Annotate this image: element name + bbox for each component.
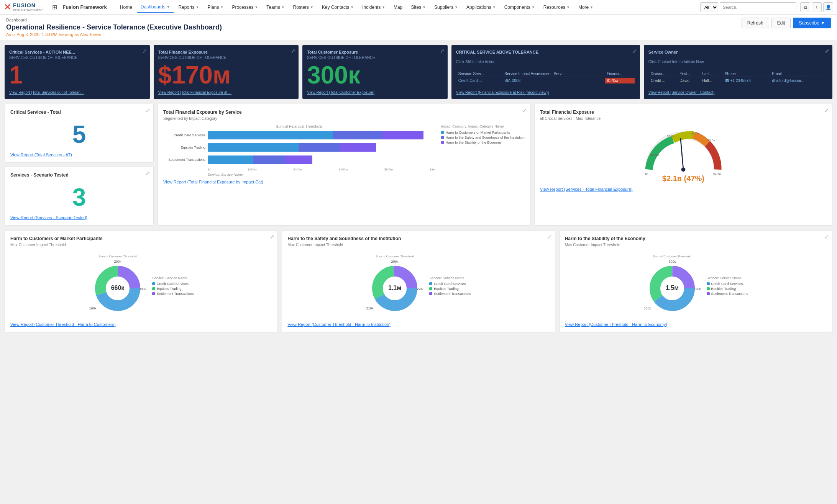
card2-subtitle: SERVICES OUTSIDE OF TOLERANCE <box>158 56 294 60</box>
service-owner-card: ⤢ Service Owner Click Contact Info to In… <box>644 45 832 99</box>
svg-text:1.1м: 1.1м <box>388 285 401 291</box>
donut1-axis-label: Sum of Customer Threshold <box>89 255 146 258</box>
scenario-link[interactable]: View Report (Services - Scenario Tested) <box>10 215 148 220</box>
row-sia[interactable]: SIA-0008 <box>503 78 604 83</box>
svg-text:$4.5в: $4.5в <box>713 172 721 176</box>
nav-rosters[interactable]: Rosters ▼ <box>289 2 317 12</box>
expand-icon[interactable]: ⤢ <box>291 48 295 54</box>
refresh-button[interactable]: Refresh <box>742 18 769 28</box>
nav-more[interactable]: More ▼ <box>574 2 597 12</box>
sites-chevron-icon: ▼ <box>422 5 426 9</box>
card1-subtitle: SERVICES OUTSIDE OF TOLERANCE <box>9 56 145 60</box>
harm-economy-card: ⤢ Harm to the Stability of the Economy M… <box>559 230 832 332</box>
svg-point-1 <box>681 168 686 172</box>
nav-suppliers[interactable]: Suppliers ▼ <box>430 2 462 12</box>
top-navigation: ✕ FUSION RISK MANAGEMENT ⊞ Fusion Framew… <box>0 0 837 15</box>
dashboard-header: Dashboard Operational Resilience - Servi… <box>0 15 837 40</box>
subscribe-button[interactable]: Subscribe ▼ <box>793 18 831 28</box>
bar-segments-settlement <box>208 155 435 164</box>
incidents-chevron-icon: ▼ <box>382 5 385 9</box>
nav-teams[interactable]: Teams ▼ <box>263 2 288 12</box>
harm-economy-link[interactable]: View Report (Customer Threshold - Harm t… <box>565 322 827 327</box>
total-financial-exposure-card: ⤢ Total Financial Exposure SERVICES OUTS… <box>154 45 299 99</box>
donut-chart-1: Sum of Customer Threshold 200к 300к 160к… <box>89 255 146 318</box>
window-icon-button[interactable]: ⧉ <box>800 2 810 12</box>
expand-icon[interactable]: ⤢ <box>146 170 150 176</box>
components-chevron-icon: ▼ <box>532 5 535 9</box>
gauge-subtitle: all Critical Services - Max Tolerance <box>540 116 827 121</box>
nav-resources[interactable]: Resources ▼ <box>540 2 574 12</box>
edit-button[interactable]: Edit <box>771 18 791 28</box>
bar-chart-link[interactable]: View Report (Total Financial Exposure by… <box>163 180 525 184</box>
col-financial: Financi... <box>605 71 635 77</box>
expand-icon[interactable]: ⤢ <box>440 48 445 54</box>
card3-number: 300к <box>307 63 443 87</box>
donut3-legend-3: Settlement Transactions <box>707 292 748 296</box>
nav-plans[interactable]: Plans ▼ <box>204 2 227 12</box>
card4-link[interactable]: View Report (Financial Exposure at Risk … <box>456 90 635 95</box>
expand-icon[interactable]: ⤢ <box>632 48 637 54</box>
nav-map[interactable]: Map <box>390 2 406 12</box>
nav-applications[interactable]: Applications ▼ <box>463 2 500 12</box>
harm-institution-link[interactable]: View Report (Customer Threshold - Harm t… <box>287 322 549 327</box>
nav-icon-buttons: ⧉ + 👤 <box>800 2 833 12</box>
col-phone: Phone <box>723 71 770 77</box>
user-icon-button[interactable]: 👤 <box>823 2 833 12</box>
row-email[interactable]: dhalford@fusionr... <box>770 78 827 83</box>
expand-icon[interactable]: ⤢ <box>142 48 147 54</box>
harm-economy-subtitle: Max Customer Impact Threshold <box>565 243 827 247</box>
resources-chevron-icon: ▼ <box>566 5 570 9</box>
gauge-link[interactable]: View Report (Services - Total Financial … <box>540 187 827 191</box>
expand-icon[interactable]: ⤢ <box>146 107 150 113</box>
card4-table: Service: Serv... Service Impact Assessme… <box>456 70 635 84</box>
card3-link[interactable]: View Report (Total Customer Exposure) <box>307 90 443 95</box>
legend-title: Impact Category: Impact Category Name <box>441 124 525 128</box>
cs-total-link[interactable]: View Report (Total Services - AT) <box>10 152 148 157</box>
expand-icon[interactable]: ⤢ <box>824 107 829 113</box>
svg-text:$1.8в: $1.8в <box>667 135 675 138</box>
row-service[interactable]: Credit Card ... <box>457 78 502 83</box>
harm-economy-title: Harm to the Stability of the Economy <box>565 236 827 241</box>
donut2-dot-3 <box>429 292 432 295</box>
nav-home[interactable]: Home <box>116 2 136 12</box>
donut2-legend-1: Credit Card Services <box>429 282 471 286</box>
suppliers-chevron-icon: ▼ <box>455 5 458 9</box>
donut1-svg: 200к 300к 160к 660к <box>89 260 146 317</box>
x-axis-labels: $0 $200м $400м $600м $800м $1в <box>208 168 435 171</box>
expand-icon[interactable]: ⤢ <box>270 234 274 240</box>
donut3-dot-2 <box>707 287 710 290</box>
nav-key-contacts[interactable]: Key Contacts ▼ <box>318 2 358 12</box>
svg-text:1.5м: 1.5м <box>665 285 678 291</box>
nav-sites[interactable]: Sites ▼ <box>407 2 430 12</box>
expand-icon[interactable]: ⤢ <box>825 48 829 54</box>
expand-icon[interactable]: ⤢ <box>522 107 527 113</box>
expand-icon[interactable]: ⤢ <box>824 234 829 240</box>
bar-row-credit: Credit Card Services <box>163 131 435 139</box>
search-scope-select[interactable]: All <box>700 2 718 12</box>
card5-link[interactable]: View Report (Service Owner - Contact) <box>648 90 828 95</box>
key-contacts-chevron-icon: ▼ <box>350 5 354 9</box>
grid-icon[interactable]: ⊞ <box>52 3 57 11</box>
logo-text: FUSION RISK MANAGEMENT <box>13 2 43 12</box>
card2-link[interactable]: View Report (Total Financial Exposure at… <box>158 90 294 95</box>
harm-customers-link[interactable]: View Report (Customer Threshold - Harm t… <box>10 322 272 327</box>
main-nav: Home Dashboards ▼ Reports ▼ Plans ▼ Proc… <box>116 2 697 13</box>
search-input[interactable] <box>720 2 796 12</box>
nav-components[interactable]: Components ▼ <box>501 2 539 12</box>
nav-dashboards[interactable]: Dashboards ▼ <box>137 2 174 13</box>
critical-services-card: ⤢ Critical Services - ACTION NEE... SERV… <box>5 45 150 99</box>
bar-chart-legend: Impact Category: Impact Category Name Ha… <box>441 124 525 177</box>
add-icon-button[interactable]: + <box>812 2 822 12</box>
row-phone[interactable]: ☎ +1 2345678 <box>723 78 770 83</box>
card1-link[interactable]: View Report (Total Services out of Toler… <box>9 90 145 95</box>
donut1-legend-3: Settlement Transactions <box>152 292 194 296</box>
svg-line-0 <box>681 139 683 170</box>
expand-icon[interactable]: ⤢ <box>547 234 552 240</box>
nav-reports[interactable]: Reports ▼ <box>174 2 203 12</box>
bar-seg3-credit <box>382 131 423 139</box>
nav-processes[interactable]: Processes ▼ <box>228 2 262 12</box>
nav-incidents[interactable]: Incidents ▼ <box>358 2 389 12</box>
donut2-legend-title: Service: Service Name <box>429 276 471 280</box>
row-amount: $170м <box>605 78 635 83</box>
svg-text:660к: 660к <box>111 285 125 291</box>
